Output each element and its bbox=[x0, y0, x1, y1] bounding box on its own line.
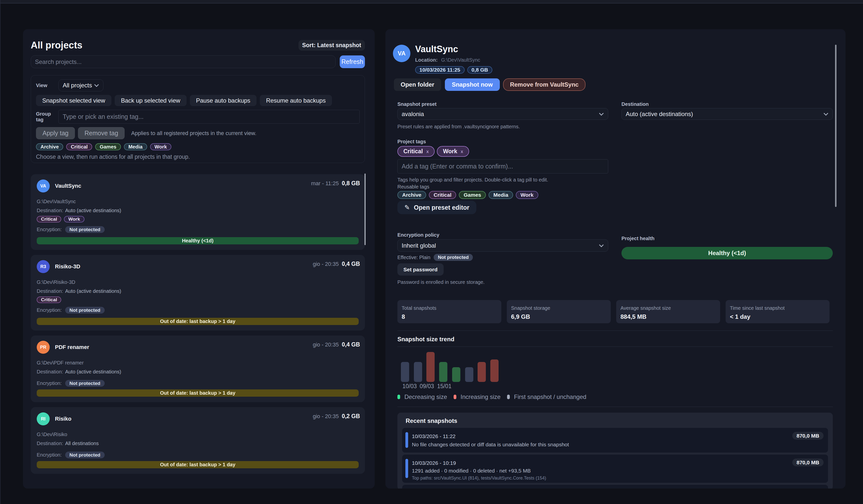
open-folder-button[interactable]: Open folder bbox=[394, 78, 441, 91]
pause-backups-button[interactable]: Pause auto backups bbox=[190, 95, 257, 106]
project-time: gio - 20:35 bbox=[313, 261, 339, 267]
avatar: RI bbox=[37, 412, 50, 425]
health-bar: Healthy (<1d) bbox=[622, 247, 833, 259]
location-value: G:\Dev\VaultSync bbox=[441, 57, 480, 63]
destination-value: Auto (active destinations) bbox=[65, 369, 121, 374]
reusable-tag-critical[interactable]: Critical bbox=[429, 191, 456, 199]
status-bar: Out of date: last backup > 1 day bbox=[37, 389, 359, 397]
tag-text: Work bbox=[443, 148, 457, 155]
project-name: PDF renamer bbox=[55, 344, 89, 350]
destination-label: Destination: bbox=[37, 288, 63, 294]
preset-helper: Preset rules are applied from .vaultsync… bbox=[397, 124, 608, 129]
snapshot-row[interactable]: 10/03/2026 - 10:19 1291 added · 0 modifi… bbox=[402, 455, 828, 483]
search-input[interactable] bbox=[31, 55, 336, 68]
project-size: 0,4 GB bbox=[342, 261, 360, 267]
snapshot-row[interactable]: 10/03/2026 - 11:22 No file changes detec… bbox=[402, 428, 828, 453]
stat-value: 6,9 GB bbox=[511, 313, 611, 320]
tag-pill-archive[interactable]: Archive bbox=[36, 143, 63, 150]
snapshot-size-badge: 870,0 MB bbox=[792, 432, 824, 440]
destination-label: Destination bbox=[622, 102, 833, 107]
backup-view-button[interactable]: Back up selected view bbox=[115, 95, 186, 106]
project-tags-label: Project tags bbox=[397, 139, 608, 144]
project-card-risiko-3d[interactable]: R3 Risiko-3D gio - 20:350,4 GB G:\Dev\Ri… bbox=[31, 255, 365, 331]
tag-pill-games[interactable]: Games bbox=[95, 143, 121, 150]
remove-from-vaultsync-button[interactable]: Remove from VaultSync bbox=[503, 78, 586, 91]
tag-pill-critical[interactable]: Critical bbox=[66, 143, 92, 150]
snapshot-preset-value: avalonia bbox=[402, 111, 424, 118]
legend-dot-unchanged bbox=[507, 395, 510, 399]
destination-label: Destination: bbox=[37, 441, 63, 446]
snapshot-view-button[interactable]: Snapshot selected view bbox=[36, 95, 111, 106]
refresh-button[interactable]: Refresh bbox=[340, 55, 365, 68]
project-tag[interactable]: Critical bbox=[37, 216, 61, 222]
reusable-tag-work[interactable]: Work bbox=[516, 191, 538, 199]
encryption-label: Encryption: bbox=[37, 380, 62, 386]
reusable-tag-media[interactable]: Media bbox=[489, 191, 513, 199]
project-card-vaultsync[interactable]: VA VaultSync mar - 11:250,8 GB G:\Dev\Va… bbox=[31, 174, 365, 250]
remove-tag-icon[interactable]: x bbox=[426, 149, 429, 154]
group-tag-input[interactable] bbox=[59, 110, 360, 124]
resume-backups-button[interactable]: Resume auto backups bbox=[260, 95, 332, 106]
encryption-policy-label: Encryption policy bbox=[397, 232, 608, 237]
view-dropdown[interactable]: All projects bbox=[59, 79, 103, 91]
project-card-risiko[interactable]: RI Risiko gio - 20:350,2 GB G:\Dev\Risik… bbox=[31, 407, 365, 474]
password-helper: Password is enrolled in secure storage. bbox=[397, 280, 608, 285]
divider bbox=[397, 331, 833, 331]
detail-title: VaultSync bbox=[415, 45, 492, 54]
chart-bar bbox=[439, 362, 447, 382]
project-meta: gio - 20:350,2 GB bbox=[313, 413, 360, 419]
snapshot-now-button[interactable]: Snapshot now bbox=[445, 78, 500, 91]
project-tag[interactable]: Critical bbox=[37, 297, 61, 303]
encryption-badge: Not protected bbox=[65, 380, 105, 387]
reusable-tag-archive[interactable]: Archive bbox=[397, 191, 426, 199]
legend-item: Decreasing size bbox=[397, 393, 447, 400]
encryption-dropdown[interactable]: Inherit global bbox=[397, 240, 608, 251]
chart-ticks: 10/03 09/03 15/01 bbox=[397, 383, 833, 389]
group-actions-box: View All projects Snapshot selected view… bbox=[31, 75, 365, 163]
stat-label: Average snapshot size bbox=[621, 305, 720, 311]
project-destination: Destination:All destinations bbox=[37, 441, 360, 446]
sort-chip[interactable]: Sort: Latest snapshot bbox=[299, 40, 365, 51]
project-meta: gio - 20:350,4 GB bbox=[313, 341, 360, 348]
stat-label: Total snapshots bbox=[402, 305, 501, 311]
remove-tag-button[interactable]: Remove tag bbox=[78, 127, 125, 139]
snapshot-accent-bar bbox=[405, 432, 408, 448]
project-tag-critical[interactable]: Criticalx bbox=[397, 146, 435, 157]
set-password-button[interactable]: Set password bbox=[397, 263, 443, 275]
add-tag-input[interactable] bbox=[397, 159, 608, 173]
snapshot-row[interactable] bbox=[402, 485, 828, 489]
project-encryption: Encryption:Not protected bbox=[37, 452, 360, 458]
group-actions-note: Choose a view, then run actions for all … bbox=[36, 155, 360, 159]
project-tag-work[interactable]: Workx bbox=[437, 146, 469, 157]
destination-value: Auto (active destinations) bbox=[626, 111, 693, 118]
effective-row: Effective: Plain Not protected bbox=[397, 254, 608, 261]
view-label: View bbox=[36, 82, 59, 88]
avatar: VA bbox=[393, 45, 410, 62]
project-encryption: Encryption:Not protected bbox=[37, 226, 360, 233]
tag-pill-media[interactable]: Media bbox=[124, 143, 147, 150]
destination-dropdown[interactable]: Auto (active destinations) bbox=[622, 108, 833, 120]
page-title: All projects bbox=[31, 40, 83, 51]
snapshot-preset-dropdown[interactable]: avalonia bbox=[397, 108, 608, 120]
tag-pill-work[interactable]: Work bbox=[150, 143, 172, 150]
project-tag[interactable]: Work bbox=[64, 216, 84, 222]
encryption-label: Encryption: bbox=[37, 452, 62, 458]
stat-time-since: Time since last snapshot < 1 day bbox=[726, 300, 829, 323]
chart-bar bbox=[426, 352, 435, 382]
reusable-tag-games[interactable]: Games bbox=[459, 191, 486, 199]
datetime-badge: 10/03/2026 11:25 bbox=[415, 66, 465, 74]
project-card-pdf-renamer[interactable]: PR PDF renamer gio - 20:350,4 GB G:\Dev\… bbox=[31, 336, 365, 402]
size-badge: 0,8 GB bbox=[467, 66, 492, 74]
legend-item: Increasing size bbox=[454, 393, 501, 400]
project-name: Risiko-3D bbox=[55, 263, 80, 270]
project-encryption: Encryption:Not protected bbox=[37, 380, 360, 387]
project-destination: Destination:Auto (active destinations) bbox=[37, 369, 360, 375]
remove-tag-icon[interactable]: x bbox=[461, 149, 463, 154]
destination-label: Destination: bbox=[37, 369, 63, 374]
open-preset-editor-button[interactable]: ✎Open preset editor bbox=[397, 201, 476, 214]
scrollbar-thumb[interactable] bbox=[364, 173, 366, 245]
detail-panel: VA VaultSync Location:G:\Dev\VaultSync 1… bbox=[385, 29, 846, 489]
snapshot-top-paths: Top paths: src/VaultSync.UI (814), tests… bbox=[412, 476, 546, 481]
scrollbar-thumb[interactable] bbox=[835, 45, 837, 207]
apply-tag-button[interactable]: Apply tag bbox=[36, 127, 75, 139]
